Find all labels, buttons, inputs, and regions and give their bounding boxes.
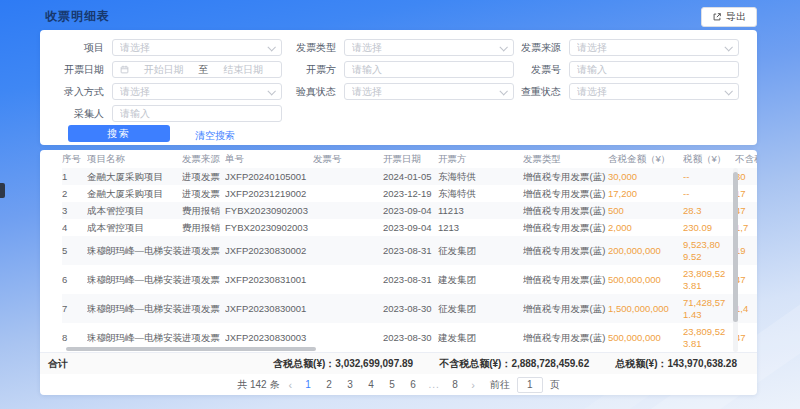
table-cell: 5 [62, 236, 87, 265]
table-cell: 2023-09-04 [383, 219, 438, 236]
table-cell: 500,000,000 [608, 265, 683, 294]
collector-input[interactable]: 请输入 [112, 105, 282, 122]
table-cell [313, 219, 383, 236]
col-header-tax-excl-amount: 不含税金额（¥） [735, 150, 757, 168]
sidebar-toggle[interactable] [0, 183, 5, 198]
col-header-tax-incl-amount: 含税金额（¥） [608, 150, 683, 168]
invoice-table: 序号 项目名称 发票来源 单号 发票号 开票日期 开票方 发票类型 含税金额（¥… [62, 150, 757, 352]
verify-status-placeholder: 请选择 [352, 85, 500, 99]
search-button[interactable]: 搜索 [68, 125, 170, 142]
vertical-scrollbar[interactable] [733, 168, 738, 352]
table-cell: 19 [735, 236, 757, 265]
entry-method-placeholder: 请选择 [120, 85, 268, 99]
page-button[interactable]: 5 [385, 379, 399, 390]
table-cell: 1 [62, 168, 87, 185]
table-row: 3成本管控项目费用报销FYBX202309020032023-09-041121… [62, 202, 757, 219]
verify-status-select[interactable]: 请选择 [344, 83, 514, 100]
invoice-no-input-placeholder: 请输入 [577, 63, 731, 77]
dup-status-select[interactable]: 请选择 [569, 83, 739, 100]
invoice-source-placeholder: 请选择 [577, 41, 725, 55]
table-cell: 进项发票 [182, 185, 225, 202]
calendar-icon [120, 65, 129, 74]
table-cell: 增值税专用发票(蓝) [523, 168, 608, 185]
page-button[interactable]: 3 [343, 379, 357, 390]
table-cell: JXFP20230830002 [225, 236, 313, 265]
table-cell: 增值税专用发票(蓝) [523, 323, 608, 352]
table-cell: 47 [735, 323, 757, 352]
table-cell: 71,428,571.43 [683, 294, 735, 323]
page-button[interactable]: 2 [322, 379, 336, 390]
vertical-scrollbar-thumb[interactable] [733, 172, 738, 322]
clear-search-button[interactable]: 清空搜索 [195, 129, 235, 143]
table-cell: 4 [62, 219, 87, 236]
table-cell [313, 323, 383, 352]
table-cell: 2024-01-05 [383, 168, 438, 185]
project-select-placeholder: 请选择 [120, 41, 268, 55]
chevron-down-icon [724, 43, 732, 51]
end-date-placeholder: 结束日期 [213, 63, 275, 77]
issuer-input[interactable]: 请输入 [344, 61, 514, 78]
page-jump-input[interactable] [517, 377, 543, 393]
invoice-type-select[interactable]: 请选择 [344, 39, 514, 56]
table-row: 6珠穆朗玛峰—电梯安装进项发票JXFP202308310012023-08-31… [62, 265, 757, 294]
table-cell: 金融大厦采购项目 [87, 168, 182, 185]
table-cell: 230.09 [683, 219, 735, 236]
pagination: 共 142 条 ‹ 123456...8 › 前往 页 [40, 374, 757, 395]
entry-method-select[interactable]: 请选择 [112, 83, 282, 100]
col-header-invoice-no: 发票号 [313, 150, 383, 168]
table-cell: 28.3 [683, 202, 735, 219]
table-cell: 9,523,809.52 [683, 236, 735, 265]
total-tax-excluded: 不含税总额(¥)：2,888,728,459.62 [439, 357, 589, 371]
prev-page-button[interactable]: ‹ [286, 379, 294, 391]
table-cell: JXFP20230831001 [225, 265, 313, 294]
table-cell: 珠穆朗玛峰—电梯安装 [87, 236, 182, 265]
table-cell: FYBX20230902003 [225, 202, 313, 219]
col-header-invoice-type: 发票类型 [523, 150, 608, 168]
chevron-down-icon [724, 87, 732, 95]
invoice-date-range-picker[interactable]: 开始日期 至 结束日期 [112, 61, 282, 78]
jump-label: 前往 [490, 378, 510, 392]
page-title: 收票明细表 [45, 8, 110, 25]
table-cell: 47 [735, 202, 757, 219]
horizontal-scrollbar-thumb[interactable] [66, 347, 316, 351]
chevron-down-icon [267, 87, 275, 95]
page-button[interactable]: 4 [364, 379, 378, 390]
table-cell: 500,000,000 [608, 323, 683, 352]
invoice-no-filter-label: 发票号 [501, 63, 561, 77]
project-select[interactable]: 请选择 [112, 39, 282, 56]
table-cell: 2023-08-30 [383, 294, 438, 323]
page-button[interactable]: 8 [448, 379, 462, 390]
table-cell: 进项发票 [182, 236, 225, 265]
table-cell: 成本管控项目 [87, 219, 182, 236]
collector-input-placeholder: 请输入 [120, 107, 274, 121]
invoice-source-select[interactable]: 请选择 [569, 39, 739, 56]
col-header-index: 序号 [62, 150, 87, 168]
table-cell: 增值税专用发票(蓝) [523, 219, 608, 236]
table-cell: 金融大厦采购项目 [87, 185, 182, 202]
table-cell: 23,809,523.81 [683, 323, 735, 352]
invoice-no-input[interactable]: 请输入 [569, 61, 739, 78]
table-cell: 费用报销 [182, 202, 225, 219]
table-cell: 17,200 [608, 185, 683, 202]
export-button[interactable]: 导出 [701, 7, 757, 27]
table-cell [313, 168, 383, 185]
table-cell: JXFP20231219002 [225, 185, 313, 202]
next-page-button[interactable]: › [469, 379, 477, 391]
page-button[interactable]: 1 [301, 379, 315, 390]
entry-method-filter-label: 录入方式 [44, 85, 104, 99]
table-cell: 3 [62, 202, 87, 219]
col-header-project-name: 项目名称 [87, 150, 182, 168]
table-cell: 建发集团 [438, 323, 523, 352]
col-header-invoice-date: 开票日期 [383, 150, 438, 168]
table-cell: 2023-09-04 [383, 202, 438, 219]
table-cell: 增值税专用发票(蓝) [523, 294, 608, 323]
page-button[interactable]: 6 [406, 379, 420, 390]
invoice-type-placeholder: 请选择 [352, 41, 500, 55]
table-cell: 进项发票 [182, 168, 225, 185]
table-cell: 珠穆朗玛峰—电梯安装 [87, 294, 182, 323]
totals-row: 合计 含税总额(¥)：3,032,699,097.89 不含税总额(¥)：2,8… [40, 352, 757, 374]
table-cell: 进项发票 [182, 294, 225, 323]
table-cell: 东海特供 [438, 185, 523, 202]
table-cell: 23,809,523.81 [683, 265, 735, 294]
table-cell: 11213 [438, 202, 523, 219]
